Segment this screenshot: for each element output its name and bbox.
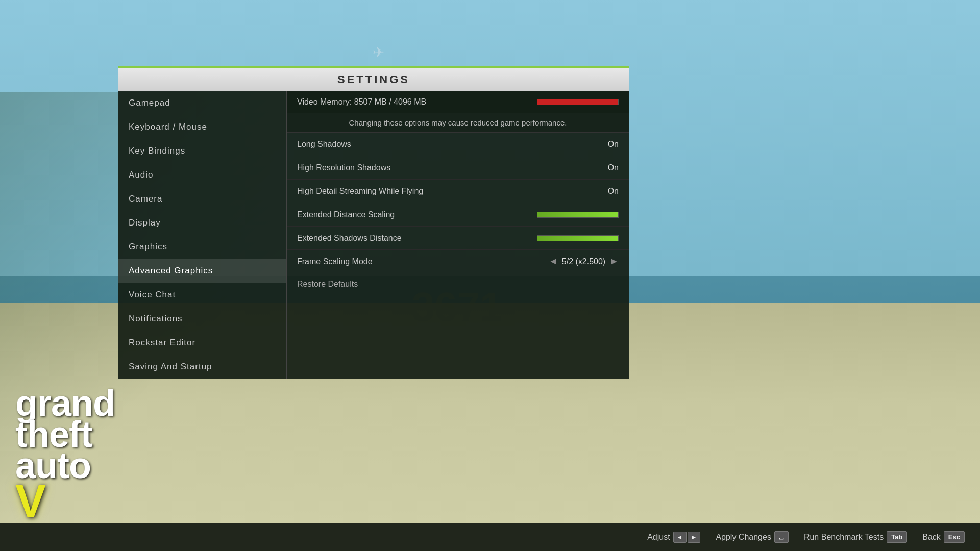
warning-text: Changing these options may cause reduced… [297, 118, 619, 127]
plane-silhouette: ✈ [373, 44, 383, 61]
settings-content: Video Memory: 8507 MB / 4096 MB Changing… [287, 91, 629, 379]
setting-value-long-shadows: On [588, 140, 619, 149]
setting-label-frame-scaling: Frame Scaling Mode [297, 257, 549, 266]
run-benchmark-action[interactable]: Run Benchmark Tests Tab [804, 531, 907, 543]
run-benchmark-label: Run Benchmark Tests [804, 533, 884, 542]
frame-scaling-value: ◄ 5/2 (x2.500) ► [549, 256, 619, 267]
setting-label-high-res-shadows: High Resolution Shadows [297, 163, 588, 172]
video-memory-bar-container [537, 99, 619, 105]
frame-scaling-current-value: 5/2 (x2.500) [562, 257, 605, 266]
settings-title: SETTINGS [118, 66, 629, 91]
gta-logo-five: V [15, 482, 115, 521]
restore-defaults-label[interactable]: Restore Defaults [297, 280, 358, 288]
frame-scaling-right-arrow[interactable]: ► [609, 256, 619, 267]
apply-changes-label: Apply Changes [716, 533, 771, 542]
sidebar-item-voice-chat[interactable]: Voice Chat [118, 283, 286, 307]
restore-defaults-row[interactable]: Restore Defaults [287, 273, 629, 295]
sidebar-item-audio[interactable]: Audio [118, 163, 286, 187]
sidebar-item-advanced-graphics[interactable]: Advanced Graphics [118, 259, 286, 283]
gta-logo: grand theft auto V [15, 388, 115, 520]
setting-row-extended-distance[interactable]: Extended Distance Scaling [287, 203, 629, 227]
video-memory-label: Video Memory: 8507 MB / 4096 MB [297, 97, 537, 107]
adjust-right-arrow[interactable]: ► [688, 532, 701, 543]
sidebar-item-keyboard-mouse[interactable]: Keyboard / Mouse [118, 115, 286, 139]
warning-row: Changing these options may cause reduced… [287, 113, 629, 133]
settings-panel: SETTINGS Gamepad Keyboard / Mouse Key Bi… [118, 66, 629, 379]
sidebar-item-rockstar-editor[interactable]: Rockstar Editor [118, 331, 286, 355]
sidebar-item-saving-and-startup[interactable]: Saving And Startup [118, 355, 286, 379]
settings-nav: Gamepad Keyboard / Mouse Key Bindings Au… [118, 91, 287, 379]
setting-row-extended-shadows[interactable]: Extended Shadows Distance [287, 227, 629, 250]
video-memory-bar [537, 99, 618, 105]
setting-label-extended-distance: Extended Distance Scaling [297, 210, 537, 219]
setting-label-extended-shadows: Extended Shadows Distance [297, 234, 537, 243]
setting-label-high-detail-streaming: High Detail Streaming While Flying [297, 187, 588, 196]
apply-changes-key: ⎵ [774, 531, 789, 543]
setting-row-long-shadows[interactable]: Long Shadows On [287, 133, 629, 156]
setting-value-high-detail-streaming: On [588, 187, 619, 196]
adjust-label: Adjust [647, 533, 670, 542]
extended-distance-slider[interactable] [537, 212, 619, 218]
bottom-bar: Adjust ◄ ► Apply Changes ⎵ Run Benchmark… [0, 523, 980, 551]
back-key: Esc [944, 531, 965, 543]
adjust-arrows: ◄ ► [673, 532, 701, 543]
settings-body: Gamepad Keyboard / Mouse Key Bindings Au… [118, 91, 629, 379]
sidebar-item-key-bindings[interactable]: Key Bindings [118, 139, 286, 163]
back-label: Back [922, 533, 941, 542]
apply-changes-action[interactable]: Apply Changes ⎵ [716, 531, 789, 543]
setting-row-high-detail-streaming[interactable]: High Detail Streaming While Flying On [287, 180, 629, 203]
sidebar-item-gamepad[interactable]: Gamepad [118, 91, 286, 115]
sidebar-item-display[interactable]: Display [118, 211, 286, 235]
extended-distance-fill [537, 212, 618, 217]
setting-row-frame-scaling[interactable]: Frame Scaling Mode ◄ 5/2 (x2.500) ► [287, 250, 629, 273]
adjust-left-arrow[interactable]: ◄ [673, 532, 687, 543]
extended-shadows-fill [537, 236, 618, 241]
sidebar-item-camera[interactable]: Camera [118, 187, 286, 211]
extended-shadows-slider[interactable] [537, 235, 619, 241]
video-memory-row: Video Memory: 8507 MB / 4096 MB [287, 91, 629, 113]
sidebar-item-graphics[interactable]: Graphics [118, 235, 286, 259]
sidebar-item-notifications[interactable]: Notifications [118, 307, 286, 331]
adjust-action: Adjust ◄ ► [647, 532, 700, 543]
setting-row-high-res-shadows[interactable]: High Resolution Shadows On [287, 156, 629, 180]
setting-label-long-shadows: Long Shadows [297, 140, 588, 149]
frame-scaling-left-arrow[interactable]: ◄ [549, 256, 558, 267]
back-action[interactable]: Back Esc [922, 531, 965, 543]
setting-value-high-res-shadows: On [588, 163, 619, 172]
run-benchmark-key: Tab [887, 531, 907, 543]
